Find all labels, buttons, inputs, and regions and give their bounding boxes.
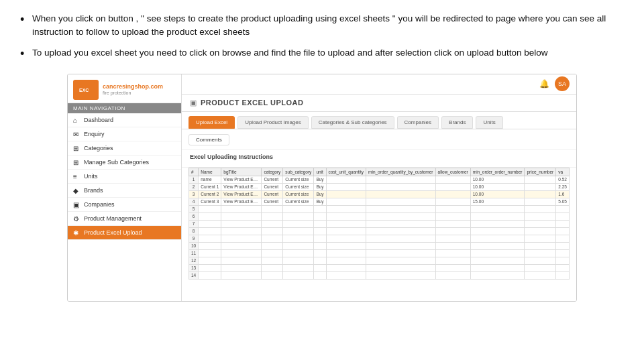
table-cell-11-1 — [199, 257, 221, 264]
table-cell-1-1: Current 1 — [199, 183, 221, 190]
sidebar-item-enquiry[interactable]: ✉ Enquiry — [68, 127, 181, 141]
sidebar-item-excel-upload[interactable]: ✱ Product Excel Upload — [68, 226, 181, 240]
comments-button[interactable]: Comments — [189, 134, 229, 145]
table-cell-10-11 — [556, 249, 570, 257]
table-cell-8-9 — [470, 235, 525, 242]
table-cell-2-1: Current 2 — [199, 190, 221, 198]
table-row: 6 — [189, 213, 570, 220]
table-cell-0-3: Current — [262, 176, 283, 183]
table-cell-13-5 — [314, 272, 326, 279]
table-cell-1-2: View Product Excel 50.1 — [221, 183, 262, 190]
table-cell-13-1 — [199, 272, 221, 279]
table-cell-5-11 — [556, 213, 570, 220]
sidebar-item-units[interactable]: ≡ Units — [68, 170, 181, 184]
sidebar-label-product-mgmt: Product Management — [84, 215, 142, 222]
table-cell-12-2 — [221, 264, 262, 272]
table-cell-3-8 — [435, 198, 470, 205]
tab-brands[interactable]: Brands — [441, 116, 473, 129]
table-cell-9-11 — [556, 242, 570, 249]
tab-companies[interactable]: Companies — [397, 116, 439, 129]
table-row: 8 — [189, 227, 570, 235]
bell-icon[interactable]: 🔔 — [539, 78, 549, 89]
table-cell-2-7 — [366, 190, 436, 198]
bullet-text-2: To upload you excel sheet you need to cl… — [32, 46, 624, 60]
table-cell-7-2 — [221, 227, 262, 235]
table-cell-4-1 — [199, 205, 221, 213]
table-cell-0-8 — [435, 176, 470, 183]
bullet-text-1: When you click on button , " see steps t… — [32, 12, 624, 40]
tab-categories[interactable]: Categories & Sub categories — [311, 116, 394, 129]
table-row: 10 — [189, 242, 570, 249]
table-cell-3-3: Current — [262, 198, 283, 205]
table-cell-3-0: 4 — [189, 198, 199, 205]
table-cell-5-10 — [525, 213, 556, 220]
sidebar-item-brands[interactable]: ◆ Brands — [68, 184, 181, 198]
sidebar-label-categories: Categories — [84, 145, 113, 152]
table-cell-2-8 — [435, 190, 470, 198]
table-cell-7-6 — [326, 227, 366, 235]
table-cell-1-7 — [366, 183, 436, 190]
table-cell-11-0: 12 — [189, 257, 199, 264]
sidebar-item-categories[interactable]: ⊞ Categories — [68, 141, 181, 156]
col-header-unit: unit — [314, 168, 326, 176]
table-cell-13-11 — [556, 272, 570, 279]
tab-upload-excel[interactable]: Upload Excel — [189, 116, 235, 129]
table-cell-5-8 — [435, 213, 470, 220]
main-content: 🔔 SA ▣ PRODUCT EXCEL UPLOAD Upload Excel… — [182, 74, 576, 301]
sidebar-item-dashboard[interactable]: ⌂ Dashboard — [68, 113, 181, 127]
sidebar-item-product-management[interactable]: ⚙ Product Management — [68, 212, 181, 226]
table-cell-0-0: 1 — [189, 176, 199, 183]
table-cell-9-10 — [525, 242, 556, 249]
table-row: 3Current 2View Product Excel 55.1Current… — [189, 190, 570, 198]
table-cell-9-4 — [283, 242, 314, 249]
table-cell-8-1 — [199, 235, 221, 242]
tab-upload-images[interactable]: Upload Product Images — [237, 116, 309, 129]
table-cell-12-9 — [470, 264, 525, 272]
table-cell-5-9 — [470, 213, 525, 220]
table-cell-1-9: 10.00 — [470, 183, 525, 190]
col-header-sub-category: sub_category — [283, 168, 314, 176]
table-cell-7-3 — [262, 227, 283, 235]
table-cell-10-6 — [326, 249, 366, 257]
table-cell-0-9: 10.00 — [470, 176, 525, 183]
excel-upload-icon: ✱ — [73, 229, 80, 236]
nav-header: MAIN NAVIGATION — [68, 103, 181, 113]
table-cell-8-6 — [326, 235, 366, 242]
table-cell-7-1 — [199, 227, 221, 235]
table-cell-2-10 — [525, 190, 556, 198]
bullet-dot-2: • — [20, 46, 32, 62]
table-cell-11-9 — [470, 257, 525, 264]
table-cell-9-6 — [326, 242, 366, 249]
table-cell-10-5 — [314, 249, 326, 257]
table-cell-7-5 — [314, 227, 326, 235]
col-header-cost: cost_unit_quantity — [326, 168, 366, 176]
col-header-category: category — [262, 168, 283, 176]
table-cell-11-6 — [326, 257, 366, 264]
table-row: 12 — [189, 257, 570, 264]
table-row: 4Current 3View Product Excel 50.2Current… — [189, 198, 570, 205]
table-cell-7-11 — [556, 227, 570, 235]
subcategories-icon: ⊞ — [73, 159, 80, 166]
table-cell-4-9 — [470, 205, 525, 213]
tab-units[interactable]: Units — [476, 116, 502, 129]
table-cell-5-5 — [314, 213, 326, 220]
page-title-bar: ▣ PRODUCT EXCEL UPLOAD — [182, 95, 576, 112]
table-cell-0-2: View Product Excel 10.1 — [221, 176, 262, 183]
table-cell-11-2 — [221, 257, 262, 264]
table-cell-13-6 — [326, 272, 366, 279]
table-cell-9-5 — [314, 242, 326, 249]
table-cell-6-2 — [221, 220, 262, 227]
excel-table: # Name bgTitle category sub_category uni… — [189, 168, 570, 280]
avatar: SA — [555, 76, 570, 91]
table-cell-4-10 — [525, 205, 556, 213]
table-cell-4-8 — [435, 205, 470, 213]
sidebar-item-subcategories[interactable]: ⊞ Manage Sub Categories — [68, 156, 181, 170]
table-cell-2-0: 3 — [189, 190, 199, 198]
sidebar-item-companies[interactable]: ▣ Companies — [68, 198, 181, 212]
bullet-dot-1: • — [20, 12, 32, 27]
table-row: 5 — [189, 205, 570, 213]
table-cell-13-8 — [435, 272, 470, 279]
table-cell-7-10 — [525, 227, 556, 235]
table-cell-11-3 — [262, 257, 283, 264]
table-cell-10-4 — [283, 249, 314, 257]
